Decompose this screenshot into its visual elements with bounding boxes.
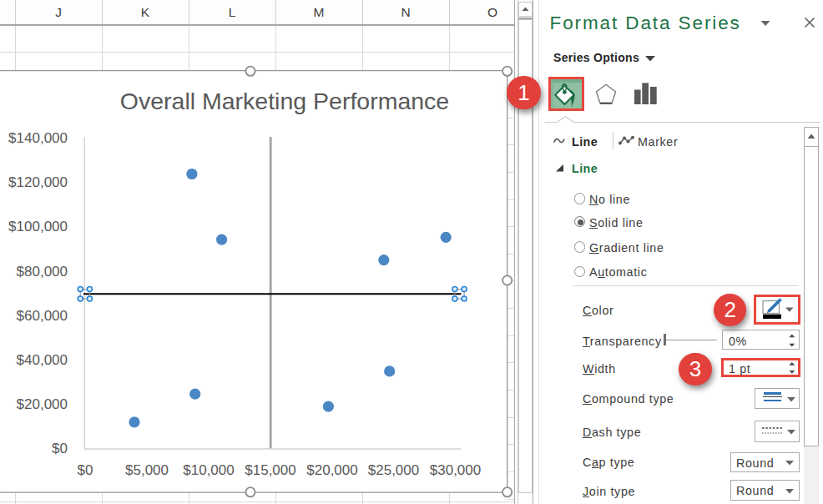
svg-text:$40,000: $40,000 (17, 352, 68, 368)
svg-text:$0: $0 (52, 441, 68, 456)
svg-text:$140,000: $140,000 (8, 130, 68, 146)
svg-text:$20,000: $20,000 (17, 396, 68, 412)
svg-text:$120,000: $120,000 (8, 174, 68, 190)
svg-text:$20,000: $20,000 (306, 462, 357, 478)
svg-text:$15,000: $15,000 (245, 462, 295, 478)
svg-text:$25,000: $25,000 (368, 462, 419, 478)
svg-text:$30,000: $30,000 (430, 462, 481, 478)
svg-text:$10,000: $10,000 (183, 462, 234, 478)
svg-text:$0: $0 (78, 462, 93, 478)
svg-text:$100,000: $100,000 (8, 219, 68, 234)
svg-text:Overall Marketing Performance: Overall Marketing Performance (120, 88, 449, 114)
svg-text:$60,000: $60,000 (17, 308, 68, 324)
svg-text:$5,000: $5,000 (125, 462, 169, 478)
svg-text:$80,000: $80,000 (17, 264, 68, 280)
